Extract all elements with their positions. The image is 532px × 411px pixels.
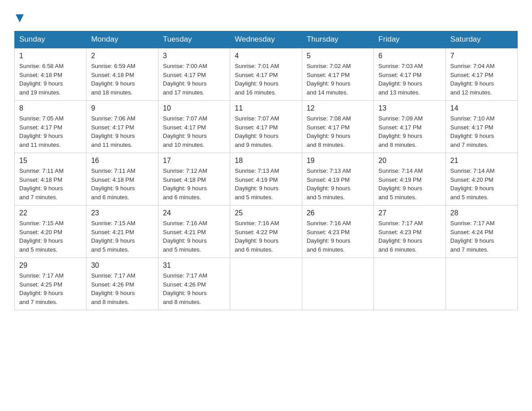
cell-info: Sunrise: 7:10 AMSunset: 4:17 PMDaylight:… bbox=[450, 114, 513, 149]
cell-info: Sunrise: 6:58 AMSunset: 4:18 PMDaylight:… bbox=[19, 62, 82, 97]
cell-info: Sunrise: 7:16 AMSunset: 4:21 PMDaylight:… bbox=[163, 219, 225, 254]
cell-info: Sunrise: 7:17 AMSunset: 4:23 PMDaylight:… bbox=[378, 219, 441, 254]
calendar-cell-2: 2Sunrise: 6:59 AMSunset: 4:18 PMDaylight… bbox=[86, 48, 158, 101]
cell-date: 25 bbox=[235, 209, 297, 217]
cell-date: 12 bbox=[307, 104, 369, 112]
day-header-tuesday: Tuesday bbox=[158, 31, 230, 48]
cell-date: 23 bbox=[91, 209, 153, 217]
calendar-cell-5: 5Sunrise: 7:02 AMSunset: 4:17 PMDaylight… bbox=[302, 48, 373, 101]
calendar-week-row: 1Sunrise: 6:58 AMSunset: 4:18 PMDaylight… bbox=[15, 48, 518, 101]
cell-info: Sunrise: 7:11 AMSunset: 4:18 PMDaylight:… bbox=[91, 167, 153, 201]
calendar-cell-1: 1Sunrise: 6:58 AMSunset: 4:18 PMDaylight… bbox=[15, 48, 86, 101]
cell-date: 8 bbox=[19, 104, 82, 112]
day-header-saturday: Saturday bbox=[446, 31, 517, 48]
cell-date: 11 bbox=[235, 104, 297, 112]
logo-arrow-icon bbox=[16, 14, 24, 22]
calendar-cell-13: 13Sunrise: 7:09 AMSunset: 4:17 PMDayligh… bbox=[374, 101, 446, 153]
cell-date: 2 bbox=[91, 52, 153, 60]
calendar-cell-8: 8Sunrise: 7:05 AMSunset: 4:17 PMDaylight… bbox=[15, 101, 86, 153]
cell-info: Sunrise: 7:17 AMSunset: 4:26 PMDaylight:… bbox=[91, 271, 153, 306]
calendar-cell-empty bbox=[446, 258, 517, 310]
cell-info: Sunrise: 7:15 AMSunset: 4:21 PMDaylight:… bbox=[91, 219, 153, 254]
cell-date: 21 bbox=[450, 157, 513, 165]
cell-date: 10 bbox=[163, 104, 225, 112]
cell-date: 7 bbox=[450, 52, 513, 60]
cell-info: Sunrise: 7:17 AMSunset: 4:24 PMDaylight:… bbox=[450, 219, 513, 254]
cell-date: 29 bbox=[19, 261, 82, 270]
cell-date: 6 bbox=[378, 52, 441, 60]
cell-info: Sunrise: 7:17 AMSunset: 4:25 PMDaylight:… bbox=[19, 271, 82, 306]
calendar-cell-20: 20Sunrise: 7:14 AMSunset: 4:19 PMDayligh… bbox=[374, 153, 446, 206]
calendar-cell-21: 21Sunrise: 7:14 AMSunset: 4:20 PMDayligh… bbox=[446, 153, 517, 206]
calendar-cell-30: 30Sunrise: 7:17 AMSunset: 4:26 PMDayligh… bbox=[86, 258, 158, 310]
calendar-week-row: 15Sunrise: 7:11 AMSunset: 4:18 PMDayligh… bbox=[15, 153, 518, 206]
cell-info: Sunrise: 7:13 AMSunset: 4:19 PMDaylight:… bbox=[235, 167, 297, 201]
cell-info: Sunrise: 7:17 AMSunset: 4:26 PMDaylight:… bbox=[163, 271, 225, 306]
cell-info: Sunrise: 7:11 AMSunset: 4:18 PMDaylight:… bbox=[19, 167, 82, 201]
calendar-week-row: 29Sunrise: 7:17 AMSunset: 4:25 PMDayligh… bbox=[15, 258, 518, 310]
cell-info: Sunrise: 6:59 AMSunset: 4:18 PMDaylight:… bbox=[91, 62, 153, 97]
cell-info: Sunrise: 7:12 AMSunset: 4:18 PMDaylight:… bbox=[163, 167, 225, 201]
calendar-week-row: 22Sunrise: 7:15 AMSunset: 4:20 PMDayligh… bbox=[15, 206, 518, 258]
calendar-cell-16: 16Sunrise: 7:11 AMSunset: 4:18 PMDayligh… bbox=[86, 153, 158, 206]
page-header bbox=[14, 11, 518, 24]
cell-info: Sunrise: 7:16 AMSunset: 4:22 PMDaylight:… bbox=[235, 219, 297, 254]
calendar-cell-29: 29Sunrise: 7:17 AMSunset: 4:25 PMDayligh… bbox=[15, 258, 86, 310]
svg-marker-0 bbox=[16, 14, 24, 22]
calendar-cell-31: 31Sunrise: 7:17 AMSunset: 4:26 PMDayligh… bbox=[158, 258, 230, 310]
cell-info: Sunrise: 7:14 AMSunset: 4:20 PMDaylight:… bbox=[450, 167, 513, 201]
calendar-cell-23: 23Sunrise: 7:15 AMSunset: 4:21 PMDayligh… bbox=[86, 206, 158, 258]
cell-date: 17 bbox=[163, 157, 225, 165]
cell-info: Sunrise: 7:05 AMSunset: 4:17 PMDaylight:… bbox=[19, 114, 82, 149]
calendar-cell-6: 6Sunrise: 7:03 AMSunset: 4:17 PMDaylight… bbox=[374, 48, 446, 101]
cell-info: Sunrise: 7:13 AMSunset: 4:19 PMDaylight:… bbox=[307, 167, 369, 201]
day-header-thursday: Thursday bbox=[302, 31, 373, 48]
day-header-sunday: Sunday bbox=[15, 31, 86, 48]
calendar-table: SundayMondayTuesdayWednesdayThursdayFrid… bbox=[14, 31, 518, 310]
cell-date: 19 bbox=[307, 157, 369, 165]
cell-date: 24 bbox=[163, 209, 225, 217]
cell-info: Sunrise: 7:16 AMSunset: 4:23 PMDaylight:… bbox=[307, 219, 369, 254]
cell-date: 14 bbox=[450, 104, 513, 112]
calendar-cell-12: 12Sunrise: 7:08 AMSunset: 4:17 PMDayligh… bbox=[302, 101, 373, 153]
cell-date: 16 bbox=[91, 157, 153, 165]
cell-date: 31 bbox=[163, 261, 225, 270]
calendar-cell-22: 22Sunrise: 7:15 AMSunset: 4:20 PMDayligh… bbox=[15, 206, 86, 258]
calendar-cell-10: 10Sunrise: 7:07 AMSunset: 4:17 PMDayligh… bbox=[158, 101, 230, 153]
cell-info: Sunrise: 7:04 AMSunset: 4:17 PMDaylight:… bbox=[450, 62, 513, 97]
calendar-cell-19: 19Sunrise: 7:13 AMSunset: 4:19 PMDayligh… bbox=[302, 153, 373, 206]
calendar-cell-18: 18Sunrise: 7:13 AMSunset: 4:19 PMDayligh… bbox=[230, 153, 302, 206]
calendar-cell-empty bbox=[230, 258, 302, 310]
cell-date: 15 bbox=[19, 157, 82, 165]
calendar-cell-24: 24Sunrise: 7:16 AMSunset: 4:21 PMDayligh… bbox=[158, 206, 230, 258]
cell-info: Sunrise: 7:03 AMSunset: 4:17 PMDaylight:… bbox=[378, 62, 441, 97]
cell-info: Sunrise: 7:14 AMSunset: 4:19 PMDaylight:… bbox=[378, 167, 441, 201]
logo bbox=[14, 14, 24, 24]
calendar-cell-25: 25Sunrise: 7:16 AMSunset: 4:22 PMDayligh… bbox=[230, 206, 302, 258]
day-header-friday: Friday bbox=[374, 31, 446, 48]
calendar-cell-7: 7Sunrise: 7:04 AMSunset: 4:17 PMDaylight… bbox=[446, 48, 517, 101]
cell-date: 4 bbox=[235, 52, 297, 60]
cell-date: 20 bbox=[378, 157, 441, 165]
cell-info: Sunrise: 7:08 AMSunset: 4:17 PMDaylight:… bbox=[307, 114, 369, 149]
calendar-cell-9: 9Sunrise: 7:06 AMSunset: 4:17 PMDaylight… bbox=[86, 101, 158, 153]
cell-date: 1 bbox=[19, 52, 82, 60]
cell-date: 3 bbox=[163, 52, 225, 60]
cell-date: 9 bbox=[91, 104, 153, 112]
cell-date: 18 bbox=[235, 157, 297, 165]
calendar-cell-26: 26Sunrise: 7:16 AMSunset: 4:23 PMDayligh… bbox=[302, 206, 373, 258]
cell-date: 27 bbox=[378, 209, 441, 217]
calendar-cell-empty bbox=[374, 258, 446, 310]
cell-info: Sunrise: 7:01 AMSunset: 4:17 PMDaylight:… bbox=[235, 62, 297, 97]
calendar-header-row: SundayMondayTuesdayWednesdayThursdayFrid… bbox=[15, 31, 518, 48]
cell-date: 30 bbox=[91, 261, 153, 270]
calendar-cell-3: 3Sunrise: 7:00 AMSunset: 4:17 PMDaylight… bbox=[158, 48, 230, 101]
cell-info: Sunrise: 7:00 AMSunset: 4:17 PMDaylight:… bbox=[163, 62, 225, 97]
calendar-cell-17: 17Sunrise: 7:12 AMSunset: 4:18 PMDayligh… bbox=[158, 153, 230, 206]
cell-date: 22 bbox=[19, 209, 82, 217]
calendar-cell-15: 15Sunrise: 7:11 AMSunset: 4:18 PMDayligh… bbox=[15, 153, 86, 206]
cell-date: 26 bbox=[307, 209, 369, 217]
calendar-cell-27: 27Sunrise: 7:17 AMSunset: 4:23 PMDayligh… bbox=[374, 206, 446, 258]
calendar-cell-11: 11Sunrise: 7:07 AMSunset: 4:17 PMDayligh… bbox=[230, 101, 302, 153]
cell-info: Sunrise: 7:09 AMSunset: 4:17 PMDaylight:… bbox=[378, 114, 441, 149]
